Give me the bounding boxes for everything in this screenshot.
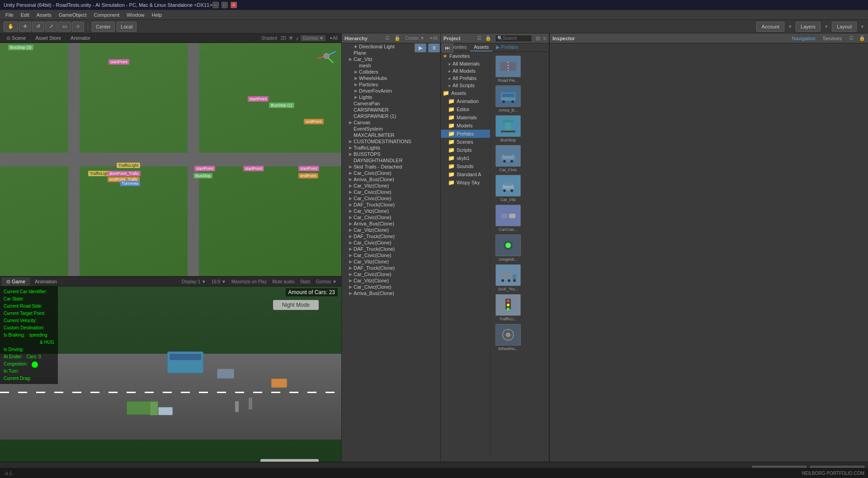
rotate-tool[interactable]: ↺ bbox=[32, 22, 44, 32]
hier-car-vitz[interactable]: ▶ Car_Vitz bbox=[342, 56, 440, 62]
hier-maxcarlimiter[interactable]: MAXCARLIMITER bbox=[342, 132, 440, 138]
hier-car-civic-5[interactable]: ▶ Car_Civic(Clone) bbox=[342, 239, 440, 246]
move-tool[interactable]: ✛ bbox=[19, 22, 31, 32]
tab-asset-store[interactable]: Asset Store bbox=[31, 34, 66, 42]
tab-animator[interactable]: Animator bbox=[66, 34, 95, 42]
hier-car-civic-4[interactable]: ▶ Car_Civic(Clone) bbox=[342, 214, 440, 220]
lighting-icon[interactable]: ☀ bbox=[288, 34, 294, 42]
hier-trafficlights[interactable]: ▶ TrafficLights bbox=[342, 145, 440, 151]
hier-lights[interactable]: ▶ Lights bbox=[342, 94, 440, 100]
hier-daf-truck-3[interactable]: ▶ DAF_Truck(Clone) bbox=[342, 246, 440, 252]
mode-2d[interactable]: 2D bbox=[279, 36, 288, 41]
folder-all-materials[interactable]: ● All Materials bbox=[441, 60, 490, 67]
folder-standard-a[interactable]: 📁 Standard A bbox=[441, 170, 490, 178]
inspector-lock[interactable]: 🔒 bbox=[859, 35, 865, 41]
layout-btn[interactable]: Layout bbox=[832, 22, 857, 32]
menu-assets[interactable]: Assets bbox=[33, 11, 55, 19]
hier-busstops[interactable]: ▶ BUSSTOPS bbox=[342, 151, 440, 157]
folder-prefabs[interactable]: 📁 Prefabs bbox=[441, 130, 490, 138]
menu-component[interactable]: Component bbox=[90, 11, 123, 19]
hierarchy-create[interactable]: Create ▼ bbox=[405, 36, 425, 41]
menu-help[interactable]: Help bbox=[148, 11, 165, 19]
asset-wheelhub[interactable]: WheelHu... bbox=[494, 324, 522, 351]
hier-car-vitz-5[interactable]: ▶ Car_Vitz(Clone) bbox=[342, 277, 440, 284]
hier-car-vitz-1[interactable]: ▶ Car_Vitz(Clone) bbox=[342, 183, 440, 189]
menu-file[interactable]: File bbox=[2, 11, 17, 19]
prefabs-tab[interactable]: ▶ Prefabs bbox=[492, 43, 522, 52]
asset-trafficlight[interactable]: TrafficLi... bbox=[494, 294, 522, 321]
hier-driverfovanim[interactable]: ▶ DriverFovAnim bbox=[342, 88, 440, 94]
asset-road-piece[interactable]: Road Pie... bbox=[494, 56, 522, 83]
hierarchy-lock[interactable]: 🔒 bbox=[394, 35, 401, 41]
audio-icon[interactable]: ♪ bbox=[296, 34, 299, 42]
night-mode-btn[interactable]: Night Mode bbox=[273, 300, 319, 310]
minimize-btn[interactable]: ─ bbox=[212, 2, 219, 8]
folder-skyb1[interactable]: 📁 skyb1 bbox=[441, 154, 490, 162]
mute-audio[interactable]: Mute audio bbox=[269, 279, 297, 284]
pause-btn[interactable]: ⏸ bbox=[428, 43, 440, 52]
hier-skidtrails[interactable]: ▶ Skid Trails - Detached bbox=[342, 164, 440, 170]
navigation-tab[interactable]: Navigation bbox=[792, 36, 816, 41]
local-toggle[interactable]: Local bbox=[117, 22, 137, 32]
menu-edit[interactable]: Edit bbox=[17, 11, 33, 19]
folder-all-prefabs[interactable]: ● All Prefabs bbox=[441, 75, 490, 82]
close-btn[interactable]: ✕ bbox=[231, 2, 237, 8]
hand-tool[interactable]: ✋ bbox=[4, 22, 18, 32]
hier-daf-truck-1[interactable]: ▶ DAF_Truck(Clone) bbox=[342, 202, 440, 208]
project-menu[interactable]: ☰ bbox=[477, 35, 481, 41]
gizmos-btn[interactable]: Gizmos ▼ bbox=[301, 35, 326, 41]
menu-window[interactable]: Window bbox=[123, 11, 148, 19]
folder-all-scripts[interactable]: ● All Scripts bbox=[441, 82, 490, 89]
tab-scene[interactable]: ⊙ Scene bbox=[2, 34, 31, 42]
hier-car-civic-7[interactable]: ▶ Car_Civic(Clone) bbox=[342, 271, 440, 277]
project-lock[interactable]: 🔒 bbox=[485, 35, 491, 41]
hier-eventsystem[interactable]: EventSystem bbox=[342, 126, 440, 132]
project-view-btn1[interactable]: ⊞ bbox=[536, 35, 540, 42]
hierarchy-menu[interactable]: ☰ bbox=[385, 35, 390, 41]
tab-animation[interactable]: Animation bbox=[30, 277, 62, 286]
hier-mesh[interactable]: mesh bbox=[342, 62, 440, 69]
project-search-input[interactable] bbox=[503, 36, 530, 41]
hier-car-vitz-3[interactable]: ▶ Car_Vitz(Clone) bbox=[342, 227, 440, 233]
hier-car-civic-2[interactable]: ▶ Car_Civic(Clone) bbox=[342, 189, 440, 195]
play-btn[interactable]: ▶ bbox=[415, 43, 426, 52]
hier-canvas[interactable]: ▶ Canvas bbox=[342, 119, 440, 126]
gizmos-game-btn[interactable]: Gizmos ▼ bbox=[313, 279, 340, 284]
asset-busstop[interactable]: BusStop bbox=[494, 115, 522, 142]
folder-scenes[interactable]: 📁 Scenes bbox=[441, 138, 490, 146]
hier-wheelshubs[interactable]: ▶ WheelsHubs bbox=[342, 75, 440, 81]
folder-models[interactable]: 📁 Models bbox=[441, 122, 490, 130]
asset-arriva-bus[interactable]: Arriva_B... bbox=[494, 85, 522, 112]
step-btn[interactable]: ⏭ bbox=[442, 43, 453, 52]
hier-carspawner[interactable]: CARSPAWNER bbox=[342, 107, 440, 113]
hier-car-vitz-2[interactable]: ▶ Car_Vitz(Clone) bbox=[342, 208, 440, 214]
account-btn[interactable]: Account bbox=[756, 22, 784, 32]
folder-scripts[interactable]: 📁 Scripts bbox=[441, 146, 490, 154]
hier-car-civic-8[interactable]: ▶ Car_Civic(Clone) bbox=[342, 284, 440, 290]
hier-daynighthandler[interactable]: DAYNIGHTHANDLER bbox=[342, 157, 440, 164]
folder-assets[interactable]: 📁 Assets bbox=[441, 89, 490, 97]
asset-daf-truck[interactable]: DAF_Tru... bbox=[494, 264, 522, 291]
titlebar-controls[interactable]: ─ □ ✕ bbox=[212, 2, 237, 8]
hier-car-civic-6[interactable]: ▶ Car_Civic(Clone) bbox=[342, 252, 440, 258]
rect-tool[interactable]: ▭ bbox=[58, 22, 71, 32]
stats-btn[interactable]: Stats bbox=[297, 279, 313, 284]
folder-editor[interactable]: 📁 Editor bbox=[441, 105, 490, 113]
project-view-btn2[interactable]: ≡ bbox=[543, 35, 546, 42]
layers-btn[interactable]: Layers bbox=[796, 22, 821, 32]
folder-materials[interactable]: 📁 Materials bbox=[441, 113, 490, 122]
hier-colliders[interactable]: ▶ Colliders bbox=[342, 69, 440, 75]
hier-daf-truck-2[interactable]: ▶ DAF_Truck(Clone) bbox=[342, 233, 440, 239]
folder-sounds[interactable]: 📁 Sounds bbox=[441, 162, 490, 170]
folder-animation[interactable]: 📁 Animation bbox=[441, 97, 490, 105]
folder-wispy-sky[interactable]: 📁 Wispy Sky bbox=[441, 178, 490, 187]
hier-arriva-bus-1[interactable]: ▶ Arriva_Bus(Clone) bbox=[342, 176, 440, 183]
assets-tab[interactable]: Assets bbox=[470, 43, 492, 52]
hier-car-civic-1[interactable]: ▶ Car_Civic(Clone) bbox=[342, 170, 440, 176]
scale-tool[interactable]: ⤢ bbox=[45, 22, 57, 32]
hier-camerapan[interactable]: CameraPan bbox=[342, 100, 440, 107]
tab-game[interactable]: ⊙ Game bbox=[2, 277, 30, 286]
maximize-btn[interactable]: □ bbox=[222, 2, 228, 8]
folder-all-models[interactable]: ● All Models bbox=[441, 67, 490, 75]
center-toggle[interactable]: Center bbox=[92, 22, 115, 32]
